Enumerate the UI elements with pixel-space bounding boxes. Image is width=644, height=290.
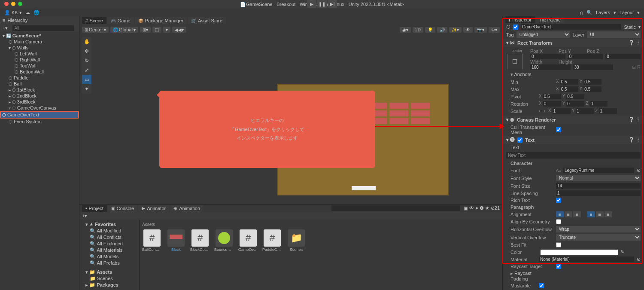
audio-toggle[interactable]: 🔊 <box>437 27 447 33</box>
nav-back[interactable]: ◀◀▾ <box>172 27 186 33</box>
grid-toggle[interactable]: ⊞▾ <box>140 27 151 33</box>
fav-item[interactable]: 🔍 All Conflicts <box>81 234 137 241</box>
account-icon[interactable]: 👤 KK ▾ <box>4 10 22 15</box>
pivot-x[interactable] <box>543 94 561 99</box>
snap-inc[interactable]: ▾ <box>163 27 170 33</box>
height-input[interactable] <box>573 64 614 70</box>
rotate-tool[interactable]: ↻ <box>82 56 91 65</box>
search-icon[interactable]: 🔍 <box>586 10 592 15</box>
text-value-input[interactable]: New Text <box>506 152 641 159</box>
active-checkbox[interactable] <box>513 24 518 30</box>
hierarchy-item[interactable]: ⬡ RightWall <box>0 57 79 63</box>
tab-assetstore[interactable]: 🛒 Asset Store <box>188 17 226 24</box>
asset-item[interactable]: Block <box>166 229 186 252</box>
move-tool[interactable]: ✥ <box>82 46 91 56</box>
asset-item[interactable]: 📁Scenes <box>286 229 306 252</box>
tab-inspector[interactable]: ℹ Inspector <box>505 16 535 23</box>
layer-select[interactable]: UI <box>587 31 641 38</box>
pivot-toggle[interactable]: ⊞Center▾ <box>82 27 109 33</box>
hierarchy-item[interactable]: ⬡ Paddle <box>0 75 79 81</box>
scene-root[interactable]: ▾ 🔄 GameScene* <box>0 33 79 39</box>
linespacing-input[interactable] <box>556 190 641 196</box>
posz-input[interactable] <box>605 54 641 59</box>
cloud-icon[interactable]: ☁ <box>25 10 30 15</box>
hoverflow-select[interactable]: Wrap <box>556 226 641 232</box>
project-search[interactable] <box>331 205 460 211</box>
pause-button[interactable]: ❚❚ <box>317 0 327 8</box>
fx-toggle[interactable]: ✨▾ <box>449 27 462 33</box>
alignbygeo-checkbox[interactable] <box>556 219 561 224</box>
anchor-maxy[interactable] <box>583 86 601 92</box>
asset-item[interactable]: #GameOver... <box>238 229 258 252</box>
voverflow-select[interactable]: Truncate <box>556 234 641 241</box>
space-toggle[interactable]: 🌐Global▾ <box>110 27 138 33</box>
cull-checkbox[interactable] <box>556 127 561 132</box>
rot-x[interactable] <box>543 101 561 107</box>
folder-item[interactable]: 📁 Scenes <box>81 275 137 282</box>
fav-item[interactable]: 🔍 All Modified <box>81 228 137 234</box>
text-enabled[interactable] <box>517 137 522 143</box>
anchor-miny[interactable] <box>583 79 601 85</box>
valign-buttons[interactable]: ≡≡≡ <box>587 211 612 217</box>
color-swatch[interactable] <box>541 250 618 255</box>
text-header[interactable]: ▾ 🅣 Text❔ ⋮ <box>503 136 644 144</box>
tab-game[interactable]: 🎮 Game <box>107 17 134 24</box>
width-input[interactable] <box>530 64 571 70</box>
canvas-renderer-header[interactable]: ▾ ◉ Canvas Renderer❔ ⋮ <box>503 116 644 124</box>
add-asset[interactable]: +▾ <box>82 213 87 219</box>
light-toggle[interactable]: 💡 <box>425 27 435 33</box>
transform-tool[interactable]: ✦ <box>82 84 91 94</box>
hierarchy-item[interactable]: ⬡ TopWall <box>0 63 79 69</box>
hierarchy-item[interactable]: ▸ ⬡ 2ndBlock <box>0 93 79 99</box>
hierarchy-item-selected[interactable]: ⬡ GameOverText <box>0 111 79 119</box>
tab-tilepalette[interactable]: Tile Palette <box>536 17 564 23</box>
fav-item[interactable]: 🔍 All Materials <box>81 247 137 253</box>
scale-x[interactable] <box>553 108 571 114</box>
asset-item[interactable]: BounceMa... <box>214 229 234 252</box>
hierarchy-item[interactable]: ⬡ BottomWall <box>0 69 79 75</box>
2d-toggle[interactable]: 2D <box>413 27 423 33</box>
scale-z[interactable] <box>599 108 617 114</box>
font-input[interactable] <box>563 168 634 173</box>
play-button[interactable]: ▶ <box>307 0 316 8</box>
drawmode[interactable]: ◉▾ <box>400 27 411 33</box>
add-button[interactable]: +▾ <box>3 25 8 31</box>
fontsize-input[interactable] <box>556 183 641 189</box>
anchor-preset[interactable] <box>507 54 522 69</box>
posy-input[interactable] <box>568 54 603 59</box>
hierarchy-item[interactable]: ⬡ EventSystem <box>0 119 79 125</box>
static-dropdown[interactable]: Static <box>624 24 636 30</box>
material-input[interactable] <box>539 256 634 262</box>
scale-tool[interactable]: ⤢ <box>82 65 91 75</box>
anchor-minx[interactable] <box>560 79 578 85</box>
anchor-maxx[interactable] <box>560 86 578 92</box>
hierarchy-item[interactable]: ▾ ⬡ GameOverCanvas <box>0 105 79 111</box>
tab-project[interactable]: ▪ Project <box>82 205 107 212</box>
posx-input[interactable] <box>530 54 565 59</box>
globe-icon[interactable]: 🌐 <box>33 10 39 15</box>
packages-root[interactable]: ▸ 📁 Packages <box>81 282 137 288</box>
favorites-root[interactable]: ▾ ★ Favorites <box>81 221 137 228</box>
gizmos-toggle[interactable]: ⚙▾ <box>489 27 500 33</box>
tab-scene[interactable]: # Scene <box>82 17 106 24</box>
layers-dropdown[interactable]: Layers <box>596 10 610 15</box>
hierarchy-search[interactable] <box>12 25 74 31</box>
halign-buttons[interactable]: ≡≡≡ <box>556 211 581 217</box>
rect-transform-header[interactable]: ▾ ⋈ Rect Transform❔ ⋮ <box>503 39 644 47</box>
hierarchy-item[interactable]: ▸ ⬡ 1stBlock <box>0 87 79 93</box>
scale-y[interactable] <box>576 108 594 114</box>
tab-animator[interactable]: ▶ Animator <box>138 205 169 212</box>
hierarchy-item[interactable]: ⬡ Main Camera <box>0 39 79 45</box>
hierarchy-item[interactable]: ▾ ⬡ Walls <box>0 45 79 51</box>
fontstyle-select[interactable]: Normal <box>556 175 641 181</box>
hierarchy-item[interactable]: ⬡ LeftWall <box>0 51 79 57</box>
tab-package[interactable]: 📦 Package Manager <box>135 17 187 24</box>
name-input[interactable] <box>521 24 621 30</box>
rect-tool[interactable]: ▭ <box>82 75 91 84</box>
rot-z[interactable] <box>589 101 608 107</box>
asset-item[interactable]: #BlockCont... <box>190 229 210 252</box>
snap-toggle[interactable]: ⬚ <box>152 27 161 33</box>
fav-item[interactable]: 🔍 All Prefabs <box>81 260 137 266</box>
assets-root[interactable]: ▾ 📁 Assets <box>81 269 137 275</box>
fav-item[interactable]: 🔍 All Excluded <box>81 241 137 247</box>
